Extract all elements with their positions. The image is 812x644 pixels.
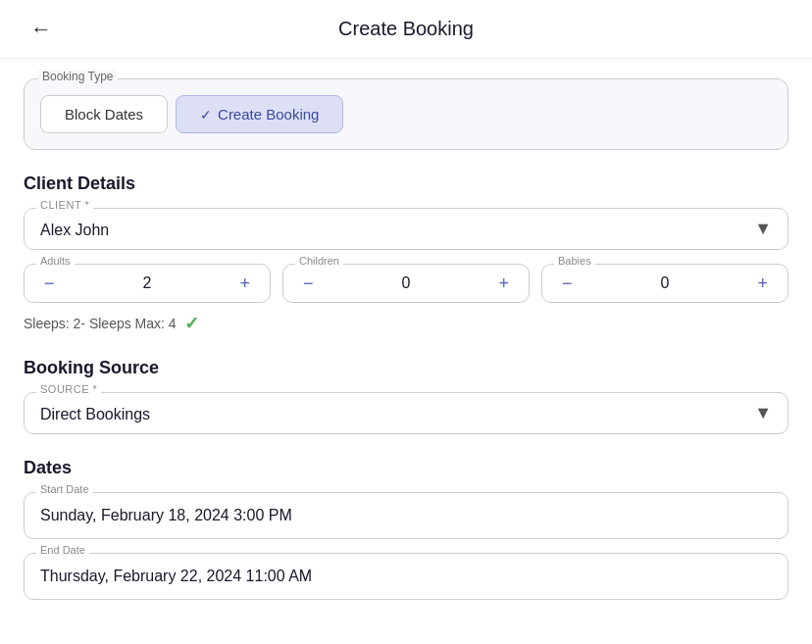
children-stepper: Children − 0 + [282, 264, 530, 303]
create-booking-label: Create Booking [218, 106, 319, 123]
client-dropdown-row: Alex John ▼ [40, 219, 772, 239]
adults-plus-button[interactable]: + [233, 274, 256, 292]
active-check-icon: ✓ [200, 107, 212, 123]
booking-type-label: Booking Type [38, 70, 118, 83]
main-content: Booking Type Block Dates ✓ Create Bookin… [0, 59, 812, 643]
children-plus-button[interactable]: + [492, 274, 515, 292]
start-date-field[interactable]: Start Date Sunday, February 18, 2024 3:0… [24, 492, 788, 539]
end-date-value: Thursday, February 22, 2024 11:00 AM [40, 568, 312, 584]
source-value: Direct Bookings [40, 404, 150, 423]
babies-plus-button[interactable]: + [751, 274, 774, 292]
booking-type-section: Booking Type Block Dates ✓ Create Bookin… [24, 78, 788, 150]
client-details-section: Client Details CLIENT * Alex John ▼ Adul… [24, 173, 788, 334]
sleeps-text: Sleeps: 2- Sleeps Max: 4 [24, 316, 177, 331]
booking-type-buttons: Block Dates ✓ Create Booking [40, 95, 772, 133]
block-dates-button[interactable]: Block Dates [40, 95, 168, 133]
booking-source-section: Booking Source SOURCE * Direct Bookings … [24, 358, 788, 434]
babies-label: Babies [554, 255, 595, 267]
babies-minus-button[interactable]: − [556, 274, 579, 292]
children-minus-button[interactable]: − [297, 274, 320, 292]
sleeps-info: Sleeps: 2- Sleeps Max: 4 ✓ [24, 313, 788, 334]
client-field-label: CLIENT * [36, 199, 93, 211]
stepper-row: Adults − 2 + Children − 0 + Babies − 0 [24, 264, 788, 303]
create-booking-button[interactable]: ✓ Create Booking [176, 95, 343, 133]
back-icon: ← [30, 17, 52, 42]
babies-value: 0 [650, 274, 680, 292]
client-dropdown-arrow-icon: ▼ [754, 219, 772, 239]
client-details-heading: Client Details [24, 173, 788, 194]
children-value: 0 [391, 274, 421, 292]
babies-stepper: Babies − 0 + [541, 264, 788, 303]
children-label: Children [295, 255, 343, 267]
client-field[interactable]: CLIENT * Alex John ▼ [24, 208, 788, 250]
end-date-label: End Date [36, 544, 89, 556]
client-value: Alex John [40, 220, 109, 239]
adults-label: Adults [36, 255, 75, 267]
dates-heading: Dates [24, 458, 788, 478]
adults-minus-button[interactable]: − [38, 274, 61, 292]
header: ← Create Booking [0, 0, 812, 59]
start-date-value: Sunday, February 18, 2024 3:00 PM [40, 507, 292, 523]
page-container: ← Create Booking Booking Type Block Date… [0, 0, 812, 644]
source-field[interactable]: SOURCE * Direct Bookings ▼ [24, 392, 788, 434]
booking-source-heading: Booking Source [24, 358, 788, 378]
adults-stepper: Adults − 2 + [24, 264, 271, 303]
source-dropdown-row: Direct Bookings ▼ [40, 403, 772, 423]
dates-section: Dates Start Date Sunday, February 18, 20… [24, 458, 788, 600]
back-button[interactable]: ← [24, 12, 59, 47]
start-date-label: Start Date [36, 483, 93, 495]
source-dropdown-arrow-icon: ▼ [754, 403, 772, 423]
adults-value: 2 [132, 274, 162, 292]
end-date-field[interactable]: End Date Thursday, February 22, 2024 11:… [24, 553, 788, 600]
source-field-label: SOURCE * [36, 383, 101, 395]
page-title: Create Booking [338, 18, 474, 40]
sleeps-check-icon: ✓ [184, 313, 199, 334]
